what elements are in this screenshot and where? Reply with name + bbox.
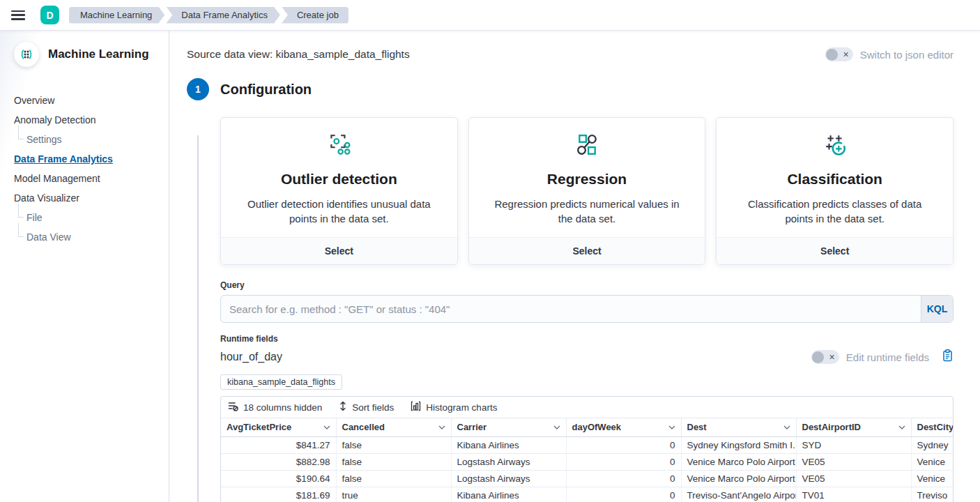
cell-dest: Treviso-Sant'Angelo Airport <box>681 487 796 502</box>
cell-destairportid: TV01 <box>796 487 911 502</box>
sidebar-title: Machine Learning <box>48 47 149 61</box>
histogram-charts-button[interactable]: Histogram charts <box>411 401 497 413</box>
cell-carrier: Kibana Airlines <box>451 487 566 502</box>
breadcrumb: Machine Learning Data Frame Analytics Cr… <box>69 7 350 24</box>
table-row: $882.98 false Logstash Airways 0 Venice … <box>221 453 953 470</box>
cell-destcityname: Venice <box>911 470 953 487</box>
machine-learning-app-icon <box>14 42 39 67</box>
column-header-cancelled[interactable]: Cancelled <box>336 418 451 436</box>
sidebar-item-data-visualizer[interactable]: Data Visualizer <box>14 188 169 208</box>
cell-cancelled: false <box>336 470 451 487</box>
breadcrumb-create-job: Create job <box>282 7 349 24</box>
select-regression-button[interactable]: Select <box>469 237 705 264</box>
chevron-down-icon <box>898 425 905 429</box>
table-row: $181.69 true Kibana Airlines 0 Treviso-S… <box>221 487 953 502</box>
histogram-icon <box>411 401 421 413</box>
sidebar-item-data-frame-analytics[interactable]: Data Frame Analytics <box>14 149 169 169</box>
main-content: Source data view: kibana_sample_data_fli… <box>169 31 980 502</box>
source-data-grid: 18 columns hidden Sort fields <box>220 396 954 502</box>
top-navigation-bar: D Machine Learning Data Frame Analytics … <box>0 0 980 31</box>
card-title: Outlier detection <box>239 171 439 188</box>
sidebar-item-overview[interactable]: Overview <box>14 91 169 110</box>
card-outlier-detection: Outlier detection Outlier detection iden… <box>220 117 458 265</box>
card-description: Outlier detection identifies unusual dat… <box>239 197 439 226</box>
cell-destairportid: VE05 <box>796 453 911 470</box>
column-header-dest[interactable]: Dest <box>681 418 796 436</box>
cell-avgticketprice: $181.69 <box>221 487 336 502</box>
sidebar-item-anomaly-detection[interactable]: Anomaly Detection <box>14 110 169 130</box>
cell-avgticketprice: $190.64 <box>221 470 336 487</box>
step-number-badge: 1 <box>187 78 209 100</box>
card-regression: Regression Regression predicts numerical… <box>468 117 706 265</box>
table-row: $841.27 false Kibana Airlines 0 Sydney K… <box>221 436 953 453</box>
card-classification: Classification Classification predicts c… <box>716 117 954 265</box>
cell-dayofweek: 0 <box>566 487 681 502</box>
query-label: Query <box>220 280 954 290</box>
cell-carrier: Logstash Airways <box>451 453 566 470</box>
edit-runtime-fields-label: Edit runtime fields <box>846 351 929 363</box>
avatar[interactable]: D <box>40 6 59 24</box>
flights-data-table: AvgTicketPrice Cancelled Carrier dayOfWe… <box>221 418 953 502</box>
index-badge: kibana_sample_data_flights <box>220 374 342 390</box>
cell-avgticketprice: $882.98 <box>221 453 336 470</box>
edit-runtime-fields-toggle[interactable]: × <box>811 350 839 364</box>
card-title: Classification <box>735 171 935 188</box>
card-description: Classification predicts classes of data … <box>735 197 935 226</box>
query-search-input[interactable] <box>220 295 954 323</box>
column-header-carrier[interactable]: Carrier <box>451 418 566 436</box>
columns-hidden-button[interactable]: 18 columns hidden <box>228 401 322 413</box>
columns-icon <box>228 401 238 413</box>
breadcrumb-data-frame-analytics[interactable]: Data Frame Analytics <box>166 7 280 24</box>
column-header-dayofweek[interactable]: dayOfWeek <box>566 418 681 436</box>
regression-icon <box>573 147 601 159</box>
cell-destcityname: Treviso <box>911 487 953 502</box>
classification-icon <box>821 147 849 159</box>
chevron-down-icon <box>323 425 330 429</box>
column-header-destcityname[interactable]: DestCityName <box>911 418 953 436</box>
menu-icon[interactable] <box>11 10 25 20</box>
select-classification-button[interactable]: Select <box>717 237 953 264</box>
kql-language-button[interactable]: KQL <box>921 296 953 322</box>
json-editor-toggle-label: Switch to json editor <box>860 49 954 61</box>
cell-cancelled: false <box>336 436 451 453</box>
card-description: Regression predicts numerical values in … <box>487 197 687 226</box>
cell-destairportid: VE05 <box>796 470 911 487</box>
sort-icon <box>339 401 347 413</box>
cell-cancelled: true <box>336 487 451 502</box>
sidebar-item-file[interactable]: File <box>14 208 169 227</box>
json-editor-toggle[interactable]: × <box>825 47 853 61</box>
cell-dest: Venice Marco Polo Airport <box>681 453 796 470</box>
cell-dayofweek: 0 <box>566 470 681 487</box>
breadcrumb-machine-learning[interactable]: Machine Learning <box>69 7 164 24</box>
sidebar-item-settings[interactable]: Settings <box>14 130 169 149</box>
cell-dest: Sydney Kingsford Smith I... <box>681 436 796 453</box>
sidebar-item-data-view[interactable]: Data View <box>14 227 169 247</box>
copy-icon[interactable] <box>942 349 954 365</box>
chevron-down-icon <box>438 425 445 429</box>
step-connector-line <box>197 135 199 502</box>
cell-carrier: Kibana Airlines <box>451 436 566 453</box>
cell-destairportid: SYD <box>796 436 911 453</box>
table-row: $190.64 false Logstash Airways 0 Venice … <box>221 470 953 487</box>
source-data-view-label: Source data view: kibana_sample_data_fli… <box>187 48 410 61</box>
sidebar: Machine Learning Overview Anomaly Detect… <box>0 31 169 502</box>
cell-destcityname: Sydney <box>911 436 953 453</box>
cell-dest: Venice Marco Polo Airport <box>681 470 796 487</box>
sort-fields-button[interactable]: Sort fields <box>339 401 394 413</box>
column-header-destairportid[interactable]: DestAirportID <box>796 418 911 436</box>
outlier-detection-icon <box>325 147 353 159</box>
runtime-field-name: hour_of_day <box>220 351 282 363</box>
chevron-down-icon <box>553 425 560 429</box>
cell-dayofweek: 0 <box>566 453 681 470</box>
step-title: Configuration <box>220 82 312 98</box>
toggle-x-icon: × <box>829 352 835 362</box>
select-outlier-detection-button[interactable]: Select <box>221 237 457 264</box>
sidebar-nav: Overview Anomaly Detection Settings Data… <box>14 91 169 247</box>
toggle-x-icon: × <box>843 50 849 59</box>
sidebar-item-model-management[interactable]: Model Management <box>14 169 169 188</box>
cell-carrier: Logstash Airways <box>451 470 566 487</box>
cell-destcityname: Venice <box>911 453 953 470</box>
column-header-avgticketprice[interactable]: AvgTicketPrice <box>221 418 336 436</box>
cell-dayofweek: 0 <box>566 436 681 453</box>
cell-cancelled: false <box>336 453 451 470</box>
